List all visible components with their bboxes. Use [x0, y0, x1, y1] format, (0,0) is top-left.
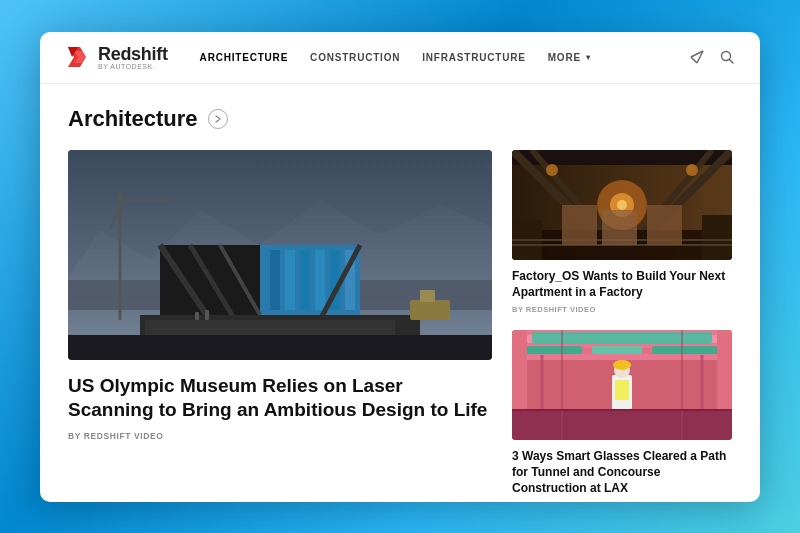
logo-sub: by AUTODESK.: [98, 63, 168, 70]
svg-point-66: [613, 360, 631, 370]
svg-line-4: [691, 57, 697, 63]
svg-rect-49: [562, 205, 597, 245]
nav-link-infrastructure[interactable]: INFRASTRUCTURE: [422, 52, 525, 63]
nav-link-construction[interactable]: CONSTRUCTION: [310, 52, 400, 63]
svg-rect-46: [702, 215, 732, 260]
svg-rect-60: [652, 346, 722, 354]
side-article-1: Factory_OS Wants to Build Your Next Apar…: [512, 150, 732, 314]
svg-rect-30: [145, 320, 395, 335]
svg-rect-63: [512, 410, 732, 440]
svg-rect-58: [522, 346, 582, 354]
svg-rect-14: [285, 250, 295, 310]
svg-line-7: [730, 60, 734, 64]
search-icon[interactable]: [718, 48, 736, 66]
featured-article-byline: BY REDSHIFT VIDEO: [68, 431, 492, 441]
logo-name: Redshift: [98, 45, 168, 63]
svg-rect-51: [647, 205, 682, 245]
svg-rect-57: [532, 332, 712, 344]
side-article-2-title[interactable]: 3 Ways Smart Glasses Cleared a Path for …: [512, 448, 732, 497]
svg-point-41: [617, 200, 627, 210]
browser-card: Redshift by AUTODESK. ARCHITECTURE CONST…: [40, 32, 760, 502]
side-article-1-image: [512, 150, 732, 260]
svg-rect-31: [205, 310, 209, 320]
svg-rect-27: [410, 300, 450, 320]
page-title: Architecture: [68, 106, 198, 132]
svg-rect-16: [315, 250, 325, 310]
page-title-row: Architecture: [68, 106, 732, 132]
side-article-1-byline: BY REDSHIFT VIDEO: [512, 305, 732, 314]
nav-icons: [688, 48, 736, 66]
svg-point-43: [686, 164, 698, 176]
articles-grid: US Olympic Museum Relies on Laser Scanni…: [68, 150, 732, 482]
navbar: Redshift by AUTODESK. ARCHITECTURE CONST…: [40, 32, 760, 84]
side-article-2-image: [512, 330, 732, 440]
svg-rect-13: [270, 250, 280, 310]
nav-links: ARCHITECTURE CONSTRUCTION INFRASTRUCTURE…: [200, 52, 688, 63]
nav-link-architecture[interactable]: ARCHITECTURE: [200, 52, 289, 63]
circle-arrow-icon[interactable]: [208, 109, 228, 129]
side-article-2: 3 Ways Smart Glasses Cleared a Path for …: [512, 330, 732, 502]
svg-rect-50: [602, 210, 637, 245]
side-articles: Factory_OS Wants to Build Your Next Apar…: [512, 150, 732, 502]
svg-rect-15: [300, 250, 310, 310]
featured-image: [68, 150, 492, 360]
logo-text: Redshift by AUTODESK.: [98, 45, 168, 70]
featured-article: US Olympic Museum Relies on Laser Scanni…: [68, 150, 492, 502]
svg-point-42: [546, 164, 558, 176]
side-article-1-title[interactable]: Factory_OS Wants to Build Your Next Apar…: [512, 268, 732, 300]
share-icon[interactable]: [688, 48, 706, 66]
svg-rect-29: [68, 335, 492, 360]
content-area: Architecture: [40, 84, 760, 502]
svg-rect-28: [420, 290, 435, 302]
svg-rect-32: [195, 312, 199, 320]
svg-rect-67: [615, 380, 629, 400]
nav-link-more[interactable]: MORE ▾: [548, 52, 591, 63]
chevron-down-icon: ▾: [586, 53, 591, 62]
logo-area: Redshift by AUTODESK.: [64, 43, 168, 71]
svg-rect-59: [592, 346, 642, 354]
featured-article-title[interactable]: US Olympic Museum Relies on Laser Scanni…: [68, 374, 492, 423]
redshift-logo-icon: [64, 43, 92, 71]
